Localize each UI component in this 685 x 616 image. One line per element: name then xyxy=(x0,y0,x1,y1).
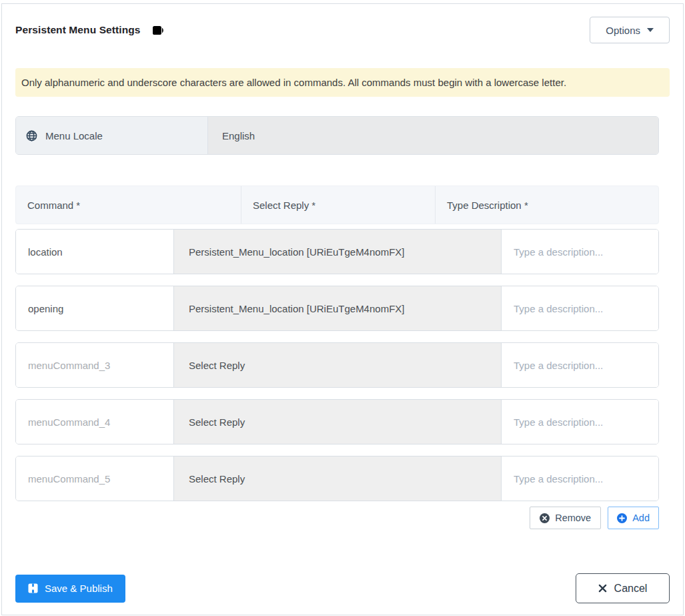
panel-header: Persistent Menu Settings Options xyxy=(15,16,670,44)
add-button-label: Add xyxy=(632,513,650,523)
warning-banner: Only alphanumeric and underscore charact… xyxy=(15,68,670,97)
description-input[interactable] xyxy=(501,286,658,330)
column-header-select-reply: Select Reply * xyxy=(241,186,435,224)
table-row: Select Reply xyxy=(15,456,659,501)
command-input[interactable] xyxy=(16,456,174,501)
menu-locale-value[interactable]: English xyxy=(208,117,658,154)
remove-button[interactable]: Remove xyxy=(530,507,601,529)
x-icon xyxy=(598,584,607,593)
menu-locale-label: Menu Locale xyxy=(45,130,103,141)
video-camera-icon xyxy=(153,25,166,35)
caret-down-icon xyxy=(647,28,654,32)
table-row: Persistent_Menu_location [URiEuTgeM4nomF… xyxy=(15,286,659,331)
reply-select-value: Select Reply xyxy=(189,416,245,428)
x-circle-icon xyxy=(540,513,550,523)
reply-select[interactable]: Select Reply xyxy=(174,400,501,444)
table-row: Select Reply xyxy=(15,342,659,388)
plus-circle-icon xyxy=(617,513,627,523)
column-header-type-description: Type Description * xyxy=(435,186,658,224)
description-input[interactable] xyxy=(501,230,658,274)
menu-locale-label-cell: Menu Locale xyxy=(16,117,208,154)
page-title: Persistent Menu Settings xyxy=(15,24,141,36)
table-header: Command * Select Reply * Type Descriptio… xyxy=(15,186,659,224)
command-input[interactable] xyxy=(16,286,174,330)
globe-icon xyxy=(26,130,37,141)
reply-select-value: Select Reply xyxy=(189,360,245,371)
command-input[interactable] xyxy=(16,400,174,444)
menu-locale-row: Menu Locale English xyxy=(15,116,659,155)
row-actions: Remove Add xyxy=(15,507,659,529)
command-input[interactable] xyxy=(16,230,174,274)
options-button[interactable]: Options xyxy=(590,17,670,43)
warning-banner-text: Only alphanumeric and underscore charact… xyxy=(21,77,566,88)
table-row: Persistent_Menu_location [URiEuTgeM4nomF… xyxy=(15,229,659,274)
save-publish-button-label: Save & Publish xyxy=(45,583,113,594)
reply-select[interactable]: Select Reply xyxy=(174,456,501,501)
options-button-label: Options xyxy=(606,25,640,36)
column-header-command: Command * xyxy=(16,186,241,224)
reply-select-value: Select Reply xyxy=(189,473,245,485)
description-input[interactable] xyxy=(501,343,658,387)
reply-select[interactable]: Persistent_Menu_location [URiEuTgeM4nomF… xyxy=(174,230,501,274)
remove-button-label: Remove xyxy=(555,513,591,523)
persistent-menu-settings-panel: Persistent Menu Settings Options Only al… xyxy=(1,3,684,615)
save-publish-button[interactable]: Save & Publish xyxy=(15,575,125,603)
table-row: Select Reply xyxy=(15,399,659,444)
reply-select-value: Persistent_Menu_location [URiEuTgeM4nomF… xyxy=(189,246,404,258)
reply-select-value: Persistent_Menu_location [URiEuTgeM4nomF… xyxy=(189,303,404,314)
description-input[interactable] xyxy=(501,456,658,501)
panel-footer: Save & Publish Cancel xyxy=(15,573,670,603)
reply-select[interactable]: Persistent_Menu_location [URiEuTgeM4nomF… xyxy=(174,286,501,330)
title-wrap: Persistent Menu Settings xyxy=(15,24,166,36)
command-input[interactable] xyxy=(16,343,174,387)
add-button[interactable]: Add xyxy=(608,507,659,529)
cancel-button[interactable]: Cancel xyxy=(576,573,670,603)
reply-select[interactable]: Select Reply xyxy=(174,343,501,387)
description-input[interactable] xyxy=(501,400,658,444)
floppy-disk-icon xyxy=(28,583,38,593)
cancel-button-label: Cancel xyxy=(614,583,648,595)
